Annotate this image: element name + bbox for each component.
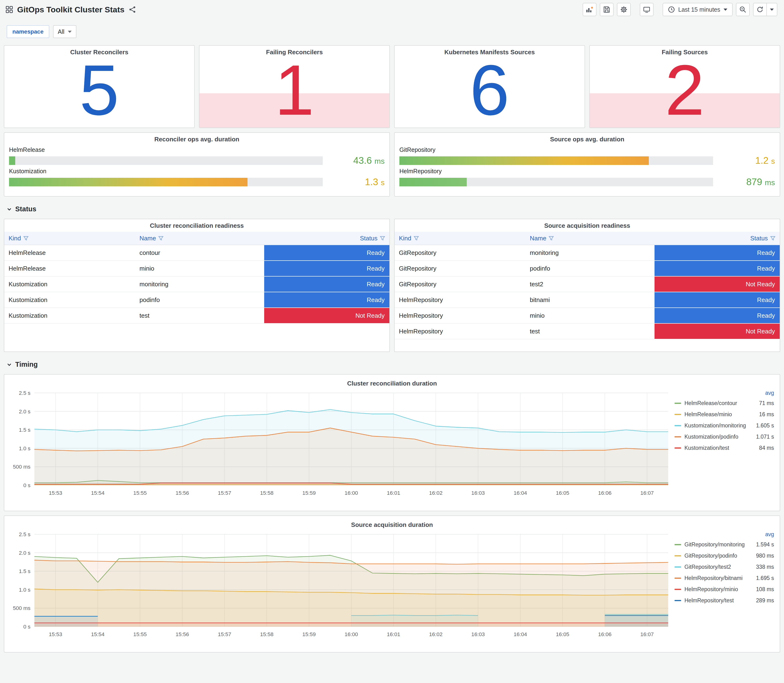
chart-body: 15:5315:5415:5515:5615:5715:5815:5916:00…	[8, 388, 776, 507]
legend-item-helmrepository-bitnami[interactable]: HelmRepository/bitnami1.695 s	[675, 572, 774, 584]
legend-series-marker	[675, 589, 681, 590]
gauge-bar: 879 ms	[399, 176, 775, 187]
gauge-kustomization: Kustomization1.3 s	[9, 168, 385, 187]
gauge-helmrepository: HelmRepository879 ms	[399, 168, 775, 187]
svg-text:16:01: 16:01	[387, 490, 400, 496]
refresh-button[interactable]	[753, 3, 767, 16]
legend-item-kustomization-test[interactable]: Kustomization/test84 ms	[675, 443, 774, 454]
refresh-interval-button[interactable]	[767, 3, 778, 16]
cell-status: Ready	[264, 277, 390, 292]
svg-text:15:54: 15:54	[91, 632, 104, 637]
dashboard-title: GitOps Toolkit Cluster Stats	[17, 5, 125, 14]
cell-status: Not Ready	[654, 277, 780, 292]
svg-text:1.5 s: 1.5 s	[19, 568, 30, 574]
tv-mode-button[interactable]	[640, 3, 654, 16]
legend-item-kustomization-monitoring[interactable]: Kustomization/monitoring1.605 s	[675, 420, 774, 431]
column-header-name[interactable]: Name	[526, 235, 654, 242]
gauge-track	[399, 178, 713, 186]
dashboard-settings-button[interactable]	[617, 3, 631, 16]
cell-name: podinfo	[135, 292, 264, 308]
readiness-table: KindNameStatusHelmReleasecontourReadyHel…	[4, 232, 390, 324]
panel-title[interactable]: Source ops avg. duration	[394, 133, 780, 143]
chevron-down-icon	[6, 207, 12, 212]
column-header-kind[interactable]: Kind	[4, 235, 135, 242]
chart-body: 15:5315:5415:5515:5615:5715:5815:5916:00…	[8, 529, 776, 648]
panel-source-acquisition-duration: Source acquisition duration15:5315:5415:…	[4, 515, 780, 653]
stats-row: Cluster Reconcilers5Failing Reconcilers1…	[4, 45, 780, 128]
filter-funnel-icon[interactable]	[158, 236, 164, 241]
cell-kind: HelmRepository	[394, 292, 526, 308]
filter-funnel-icon[interactable]	[414, 236, 419, 241]
stat-value: 1	[199, 52, 390, 128]
cell-status: Not Ready	[654, 324, 780, 339]
legend-series-marker	[675, 577, 681, 579]
svg-text:16:00: 16:00	[345, 490, 358, 496]
legend-item-helmrelease-contour[interactable]: HelmRelease/contour71 ms	[675, 398, 774, 409]
svg-text:15:55: 15:55	[133, 490, 147, 496]
share-icon[interactable]	[129, 6, 136, 13]
panel-title[interactable]: Cluster reconciliation readiness	[4, 219, 390, 229]
svg-text:2.5 s: 2.5 s	[19, 531, 30, 537]
legend-item-gitrepository-test2[interactable]: GitRepository/test2338 ms	[675, 561, 774, 572]
filter-funnel-icon[interactable]	[380, 236, 385, 241]
legend-series-marker	[675, 600, 681, 601]
variable-namespace-select[interactable]: All	[53, 25, 76, 38]
cell-kind: Kustomization	[4, 308, 135, 324]
svg-text:16:06: 16:06	[598, 632, 611, 637]
legend-item-gitrepository-podinfo[interactable]: GitRepository/podinfo980 ms	[675, 550, 774, 561]
legend-item-helmrepository-minio[interactable]: HelmRepository/minio108 ms	[675, 584, 774, 595]
gauge-label: HelmRepository	[399, 168, 775, 175]
dashboard-grid-icon[interactable]	[6, 6, 13, 13]
cell-name: test2	[526, 277, 654, 292]
svg-text:15:57: 15:57	[218, 632, 231, 637]
gauge-track	[399, 156, 713, 165]
stat-value: 6	[394, 52, 585, 128]
svg-text:16:02: 16:02	[429, 632, 443, 637]
section-status[interactable]: Status	[4, 201, 780, 215]
panel-title[interactable]: Reconciler ops avg. duration	[4, 133, 390, 143]
legend-item-kustomization-podinfo[interactable]: Kustomization/podinfo1.071 s	[675, 431, 774, 443]
svg-text:16:05: 16:05	[556, 490, 569, 496]
legend-series-name: HelmRepository/test	[685, 597, 756, 604]
svg-text:0 s: 0 s	[23, 624, 30, 630]
panel-title[interactable]: Source acquisition readiness	[394, 219, 780, 229]
panel-title[interactable]: Cluster reconciliation duration	[8, 377, 776, 387]
gauge-label: Kustomization	[9, 168, 385, 175]
time-range-picker[interactable]: Last 15 minutes	[663, 3, 733, 16]
zoom-out-button[interactable]	[736, 3, 750, 16]
filter-funnel-icon[interactable]	[548, 236, 554, 241]
section-timing[interactable]: Timing	[4, 356, 780, 370]
add-panel-button[interactable]	[583, 3, 596, 16]
column-header-name[interactable]: Name	[135, 235, 264, 242]
legend-avg-header: avg	[675, 388, 774, 398]
caret-down-icon	[68, 31, 72, 33]
column-header-kind[interactable]: Kind	[394, 235, 526, 242]
legend-item-helmrepository-test[interactable]: HelmRepository/test289 ms	[675, 595, 774, 606]
panel-title[interactable]: Source acquisition duration	[8, 518, 776, 529]
svg-text:16:07: 16:07	[640, 490, 654, 496]
legend-item-helmrelease-minio[interactable]: HelmRelease/minio16 ms	[675, 409, 774, 420]
variable-namespace-label[interactable]: namespace	[6, 25, 49, 38]
legend-series-avg: 338 ms	[756, 564, 774, 570]
table-row: HelmReleasecontourReady	[4, 245, 390, 261]
svg-text:15:55: 15:55	[133, 632, 147, 637]
legend-avg-header: avg	[675, 529, 774, 539]
legend-series-marker	[675, 436, 681, 438]
table-row: GitRepositorytest2Not Ready	[394, 277, 780, 292]
table-row: HelmRepositoryminioReady	[394, 308, 780, 324]
column-header-status[interactable]: Status	[264, 235, 390, 242]
save-dashboard-button[interactable]	[600, 3, 614, 16]
svg-text:2.0 s: 2.0 s	[19, 409, 30, 415]
stat-panel-failing-sources: Failing Sources2	[589, 45, 780, 128]
table-header-row: KindNameStatus	[4, 232, 390, 245]
legend-series-avg: 71 ms	[759, 400, 774, 406]
legend-series-marker	[675, 555, 681, 556]
filter-funnel-icon[interactable]	[770, 236, 776, 241]
svg-text:16:05: 16:05	[556, 632, 569, 637]
legend-series-marker	[675, 414, 681, 415]
legend-item-gitrepository-monitoring[interactable]: GitRepository/monitoring1.594 s	[675, 539, 774, 550]
column-header-status[interactable]: Status	[654, 235, 780, 242]
legend-series-name: GitRepository/test2	[685, 564, 756, 570]
gauge-label: HelmRelease	[9, 146, 385, 153]
filter-funnel-icon[interactable]	[23, 236, 29, 241]
